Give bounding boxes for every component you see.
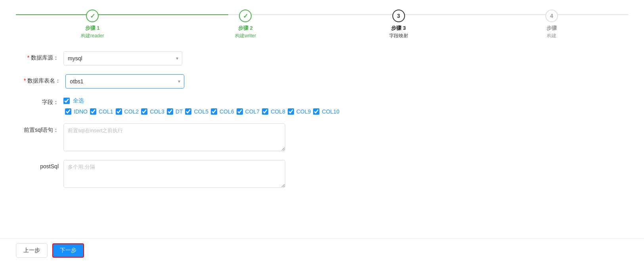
col-checkbox-col7[interactable] <box>237 108 243 115</box>
step-1-circle: ✓ <box>86 10 99 22</box>
pre-sql-textarea[interactable] <box>63 123 285 151</box>
step-3-circle: 3 <box>392 10 405 22</box>
col-item-col2: COL2 <box>116 108 139 115</box>
next-button[interactable]: 下一步 <box>52 243 84 258</box>
col-item-col6: COL6 <box>211 108 234 115</box>
db-name-control: otbs1 ▾ <box>65 74 184 89</box>
col-label-dt: DT <box>176 108 183 115</box>
bottom-bar: 上一步 下一步 <box>0 238 644 262</box>
db-name-label: * 数据库表名： <box>24 74 65 85</box>
post-sql-textarea[interactable] <box>63 160 285 188</box>
step-1-sublabel: 构建reader <box>81 33 104 39</box>
col-label-col5: COL5 <box>194 108 208 115</box>
post-sql-row: postSql <box>24 160 620 188</box>
col-label-col9: COL9 <box>296 108 311 115</box>
step-2-check-icon: ✓ <box>243 12 248 20</box>
post-sql-label: postSql <box>24 160 63 170</box>
col-item-col7: COL7 <box>237 108 260 115</box>
col-checkbox-col2[interactable] <box>116 108 122 115</box>
step-1-check-icon: ✓ <box>90 12 95 20</box>
col-checkbox-col9[interactable] <box>288 108 294 115</box>
step-3-sublabel: 字段映射 <box>389 33 408 39</box>
db-name-row: * 数据库表名： otbs1 ▾ <box>24 74 620 89</box>
col-checkbox-idno[interactable] <box>65 108 71 115</box>
col-checkbox-col6[interactable] <box>211 108 217 115</box>
step-3: 3 步骤 3 字段映射 <box>322 10 475 39</box>
columns-row: IDNOCOL1COL2COL3DTCOL5COL6COL7COL8COL9CO… <box>63 108 340 115</box>
col-label-col8: COL8 <box>271 108 285 115</box>
step-2-sublabel: 构建writer <box>235 33 256 39</box>
col-label-col6: COL6 <box>220 108 234 115</box>
db-source-label: * 数据库源： <box>24 51 63 62</box>
col-label-idno: IDNO <box>74 108 88 115</box>
step-2: ✓ 步骤 2 构建writer <box>169 10 322 39</box>
select-all-checkbox[interactable] <box>63 98 70 104</box>
field-label: 字段： <box>24 97 63 106</box>
col-item-col10: COL10 <box>313 108 339 115</box>
step-4-circle: 4 <box>545 10 558 22</box>
col-item-idno: IDNO <box>65 108 88 115</box>
stepper: ✓ 步骤 1 构建reader ✓ 步骤 2 构建writer 3 步骤 3 字… <box>0 0 644 43</box>
col-label-col3: COL3 <box>150 108 164 115</box>
col-item-col3: COL3 <box>141 108 164 115</box>
db-source-select[interactable]: mysql <box>63 51 182 66</box>
col-label-col7: COL7 <box>245 108 260 115</box>
col-checkbox-col3[interactable] <box>141 108 147 115</box>
step-2-label: 步骤 2 <box>238 25 253 32</box>
col-label-col2: COL2 <box>124 108 139 115</box>
fields-container: 全选 IDNOCOL1COL2COL3DTCOL5COL6COL7COL8COL… <box>63 97 340 115</box>
step-4: 4 步骤 构建 <box>475 10 628 39</box>
col-label-col10: COL10 <box>322 108 339 115</box>
db-source-control: mysql ▾ <box>63 51 182 66</box>
col-item-col5: COL5 <box>185 108 208 115</box>
col-checkbox-col1[interactable] <box>90 108 96 115</box>
pre-sql-label: 前置sql语句： <box>24 123 63 134</box>
select-all-row: 全选 <box>63 97 340 104</box>
select-all-label[interactable]: 全选 <box>73 97 84 104</box>
form-area: * 数据库源： mysql ▾ * 数据库表名： otbs1 ▾ 字段： 全选 <box>0 43 644 204</box>
db-name-select[interactable]: otbs1 <box>65 74 184 89</box>
step-3-number: 3 <box>397 13 400 19</box>
step-1: ✓ 步骤 1 构建reader <box>16 10 169 39</box>
db-source-row: * 数据库源： mysql ▾ <box>24 51 620 66</box>
step-4-number: 4 <box>550 13 553 19</box>
col-checkbox-col5[interactable] <box>185 108 191 115</box>
col-checkbox-col8[interactable] <box>262 108 268 115</box>
step-1-label: 步骤 1 <box>85 25 100 32</box>
step-2-circle: ✓ <box>239 10 252 22</box>
pre-sql-row: 前置sql语句： <box>24 123 620 151</box>
col-item-dt: DT <box>167 108 183 115</box>
prev-button[interactable]: 上一步 <box>16 243 48 258</box>
col-label-col1: COL1 <box>99 108 113 115</box>
col-item-col1: COL1 <box>90 108 113 115</box>
step-4-label: 步骤 <box>547 25 557 32</box>
step-3-label: 步骤 3 <box>391 25 406 32</box>
col-item-col8: COL8 <box>262 108 285 115</box>
step-4-sublabel: 构建 <box>547 33 556 39</box>
col-item-col9: COL9 <box>288 108 311 115</box>
fields-row: 字段： 全选 IDNOCOL1COL2COL3DTCOL5COL6COL7COL… <box>24 97 620 115</box>
col-checkbox-dt[interactable] <box>167 108 173 115</box>
col-checkbox-col10[interactable] <box>313 108 319 115</box>
